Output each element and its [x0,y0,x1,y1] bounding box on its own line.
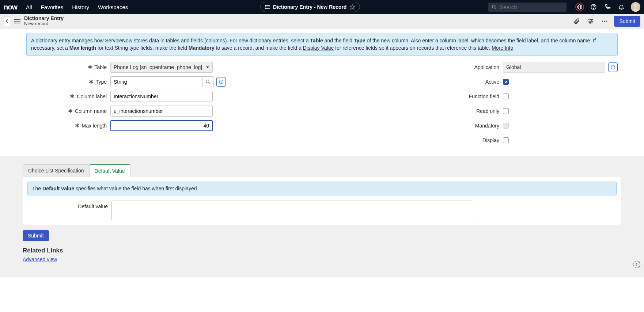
read-only-checkbox[interactable] [503,108,509,114]
left-column: ✱Table Phone Log [sn_openframe_phone_log… [26,61,236,149]
info-text: for text String type fields, make the fi… [96,45,189,51]
display-value-link[interactable]: Display Value [303,45,334,51]
advanced-view-link[interactable]: Advanced view [23,256,57,262]
table-select[interactable]: Phone Log [sn_openframe_phone_log] [110,62,213,73]
display-checkbox[interactable] [503,137,509,143]
info-bold: Max length [69,45,96,51]
label-mandatory: Mandatory [475,123,499,129]
column-label-input[interactable] [110,91,213,102]
svg-point-4 [265,7,265,7]
active-checkbox[interactable] [503,79,509,85]
page-subtitle: New record [24,21,64,26]
submit-button-bottom[interactable]: Submit [23,230,49,241]
bell-icon[interactable] [617,3,626,11]
required-icon: ✱ [68,108,73,114]
svg-point-5 [265,8,265,8]
info-bold: Default value [42,186,74,191]
info-bold: Mandatory [189,45,215,51]
max-length-input[interactable] [110,120,213,131]
avatar[interactable] [631,2,640,12]
top-nav: now All Favorites History Workspaces Dic… [0,0,644,14]
record-title-text: Dictionary Entry - New Record [273,4,347,10]
page-title: Dictionary Entry [24,16,64,21]
info-bold: Table [310,38,323,43]
info-bold: Type [354,38,365,43]
info-text: to save a record, and make the field a [215,45,303,51]
global-search[interactable] [488,3,567,12]
svg-point-35 [637,263,637,264]
label-max-length: Max length [82,123,107,129]
record-title-pill[interactable]: Dictionary Entry - New Record [260,2,360,12]
tab-default-value[interactable]: Default Value [89,164,130,177]
globe-icon[interactable] [575,3,584,11]
info-text: for reference fields so it appears on re… [334,45,492,51]
label-column-label: Column label [77,94,107,99]
nav-workspaces[interactable]: Workspaces [94,4,132,10]
required-icon: ✱ [70,94,75,99]
svg-point-20 [589,19,590,20]
help-icon[interactable] [589,3,598,11]
label-column-name: Column name [75,108,107,114]
nav-history[interactable]: History [68,4,94,10]
tab-choice-list[interactable]: Choice List Specification [23,164,90,177]
svg-marker-6 [350,4,355,9]
label-default-value: Default value [27,201,111,209]
float-info-icon[interactable] [633,261,640,268]
svg-point-22 [590,22,591,23]
type-input[interactable] [110,76,202,87]
nav-favorites[interactable]: Favorites [37,4,68,10]
form-body: ✱Table Phone Log [sn_openframe_phone_log… [0,56,644,156]
svg-point-23 [602,20,603,22]
tabs: Choice List Specification Default Value [23,164,621,177]
settings-icon[interactable] [586,17,595,26]
svg-point-13 [593,8,594,8]
form-header: Dictionary Entry New record Submit [0,14,644,28]
default-value-input[interactable] [111,201,473,220]
label-read-only: Read only [476,108,499,114]
column-name-input[interactable] [110,106,213,117]
tab-area: Choice List Specification Default Value … [0,156,644,277]
label-application: Application [474,64,500,70]
label-type: Type [96,79,107,85]
svg-point-3 [265,5,265,5]
search-icon [205,79,211,84]
info-text: A dictionary entry manages how ServiceNo… [31,38,310,43]
svg-marker-26 [206,66,209,68]
required-icon: ✱ [75,123,80,128]
application-info-button[interactable] [608,62,618,72]
logo: now [4,3,17,11]
function-field-checkbox[interactable] [503,94,509,99]
phone-icon[interactable] [603,3,612,11]
label-display: Display [482,137,499,143]
info-text: and the field [323,38,354,43]
type-info-button[interactable] [216,77,226,87]
table-value: Phone Log [sn_openframe_phone_log] [114,64,202,70]
star-icon[interactable] [349,4,355,10]
tab-panel-default: The Default value specifies what value t… [23,177,621,225]
mandatory-checkbox [503,123,509,129]
application-value: Global [503,62,605,73]
search-icon [492,4,497,10]
more-icon[interactable] [600,17,609,26]
global-search-input[interactable] [500,4,563,10]
submit-button-top[interactable]: Submit [614,16,640,27]
svg-line-8 [495,8,496,9]
list-icon [265,5,270,9]
context-menu-icon[interactable] [14,19,20,23]
required-icon: ✱ [89,79,94,84]
nav-all[interactable]: All [22,4,37,10]
related-links: Related Links Advanced view [23,247,621,262]
back-button[interactable] [4,16,10,26]
more-info-link[interactable]: More Info [492,45,513,51]
svg-point-24 [604,20,605,22]
chevron-down-icon [206,65,209,69]
info-text: The [32,186,42,191]
type-lookup-button[interactable] [202,76,213,87]
svg-point-7 [492,5,495,8]
form-info-box: A dictionary entry manages how ServiceNo… [26,33,618,56]
attachment-icon[interactable] [572,17,581,26]
label-table: Table [95,64,107,70]
info-text: specifies what value the field has when … [74,186,198,191]
default-info-box: The Default value specifies what value t… [27,182,617,195]
label-function-field: Function field [469,94,499,99]
